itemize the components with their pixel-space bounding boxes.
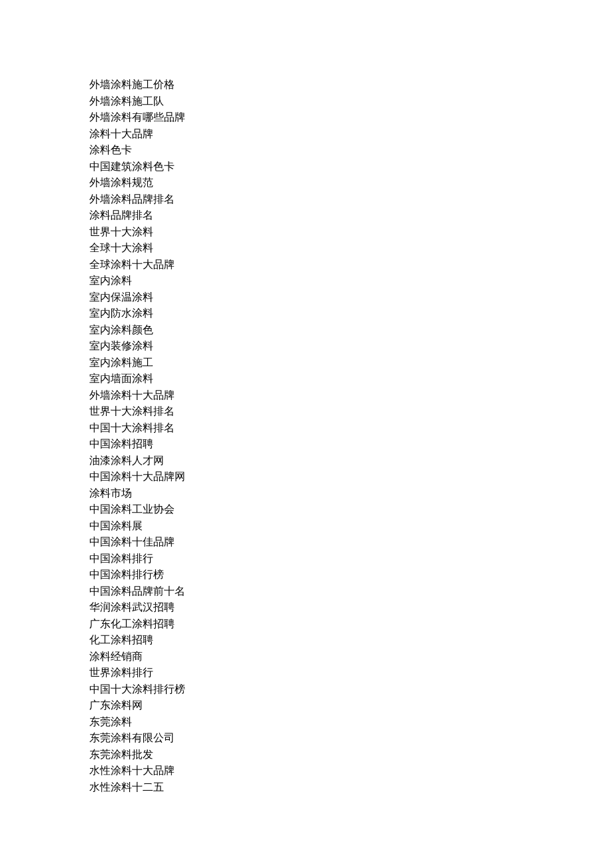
text-line: 涂料经销商 [89,649,524,665]
text-line: 油漆涂料人才网 [89,453,524,469]
text-line: 外墙涂料规范 [89,175,524,191]
text-line: 世界涂料排行 [89,665,524,681]
text-line: 中国涂料十大品牌网 [89,469,524,485]
text-line: 中国涂料十佳品牌 [89,534,524,551]
text-line: 室内墙面涂料 [89,371,524,387]
text-line: 室内装修涂料 [89,338,524,355]
text-line: 外墙涂料十大品牌 [89,387,524,404]
text-line: 室内涂料 [89,273,524,289]
text-line: 东莞涂料有限公司 [89,730,524,747]
text-line: 室内涂料施工 [89,355,524,371]
text-line: 广东化工涂料招聘 [89,616,524,633]
text-line: 室内防水涂料 [89,305,524,322]
text-line: 东莞涂料批发 [89,747,524,763]
text-line: 化工涂料招聘 [89,632,524,649]
text-line: 世界十大涂料排名 [89,403,524,420]
text-line: 涂料市场 [89,485,524,502]
text-line: 外墙涂料有哪些品牌 [89,109,524,126]
text-line: 室内涂料颜色 [89,322,524,339]
text-line: 中国涂料展 [89,518,524,535]
text-line: 室内保温涂料 [89,289,524,306]
text-line: 中国涂料排行榜 [89,567,524,583]
text-line: 中国涂料工业协会 [89,501,524,518]
document-content: 外墙涂料施工价格 外墙涂料施工队 外墙涂料有哪些品牌 涂料十大品牌 涂料色卡 中… [0,0,613,795]
text-line: 中国涂料招聘 [89,436,524,453]
text-line: 中国十大涂料排行榜 [89,681,524,698]
text-line: 涂料品牌排名 [89,207,524,224]
text-line: 中国建筑涂料色卡 [89,159,524,175]
text-line: 外墙涂料施工价格 [89,77,524,93]
text-line: 全球十大涂料 [89,240,524,257]
text-line: 外墙涂料施工队 [89,93,524,110]
text-line: 水性涂料十二五 [89,779,524,796]
text-line: 水性涂料十大品牌 [89,763,524,779]
text-line: 外墙涂料品牌排名 [89,191,524,208]
text-line: 中国涂料排行 [89,551,524,567]
text-line: 涂料十大品牌 [89,126,524,143]
text-line: 世界十大涂料 [89,224,524,241]
text-line: 全球涂料十大品牌 [89,257,524,273]
text-line: 涂料色卡 [89,142,524,159]
text-line: 东莞涂料 [89,714,524,731]
text-line: 广东涂料网 [89,697,524,714]
text-line: 中国十大涂料排名 [89,420,524,437]
text-line: 华润涂料武汉招聘 [89,599,524,616]
text-line: 中国涂料品牌前十名 [89,583,524,600]
